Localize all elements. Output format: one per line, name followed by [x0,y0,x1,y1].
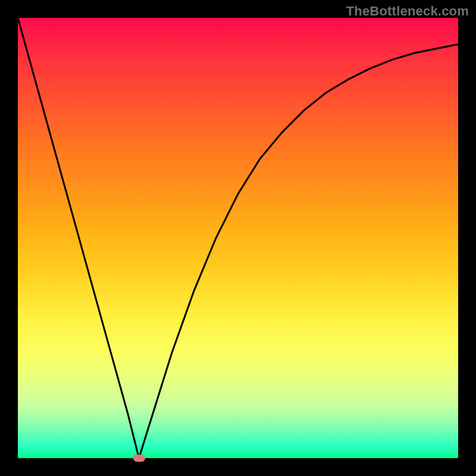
chart-frame: TheBottleneck.com [0,0,476,476]
watermark-text: TheBottleneck.com [346,4,469,19]
minimum-marker [133,455,145,462]
bottleneck-curve [18,18,458,458]
curve-svg [18,18,458,458]
plot-area [18,18,458,458]
